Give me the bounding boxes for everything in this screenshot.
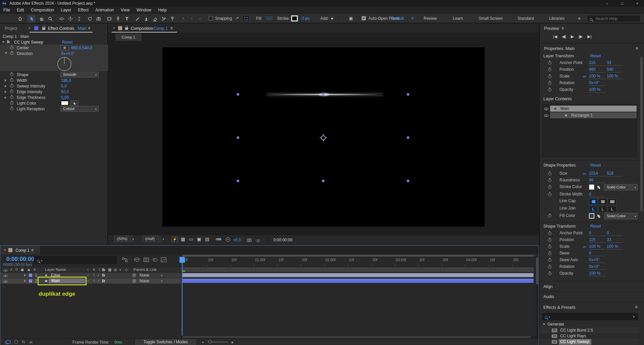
region-of-interest-icon[interactable]: ▣ [197,236,201,242]
line-join-bevel-button[interactable]: L [608,206,616,212]
visibility-eye-icon[interactable] [544,107,548,111]
value-y[interactable]: 0 [607,231,623,236]
close-button[interactable]: × [631,0,644,7]
line-join-miter-button[interactable]: L [589,206,598,212]
stopwatch-icon[interactable] [548,179,551,182]
twirl-down-icon[interactable] [2,41,5,43]
param-label[interactable]: Light Color [17,101,36,106]
twirl-down-icon[interactable] [5,52,7,54]
param-label[interactable]: Sweep Intensity [17,84,45,89]
snap-arrow-icon[interactable]: ↗ [235,16,239,20]
layer-row-main[interactable]: 2 ★ Main ♁ ☀ ∕ fx @ None ▾ [1,278,181,284]
direction-dial[interactable] [57,57,71,71]
eraser-tool-icon[interactable] [151,15,159,22]
selection-handle[interactable] [407,93,409,96]
link-icon[interactable]: ∞ [583,171,586,176]
line-cap-round-button[interactable] [589,198,598,205]
workspace-menu-icon[interactable]: ≡ [411,16,414,20]
project-tab-close-icon[interactable]: × [28,26,31,31]
eyedropper-icon[interactable] [597,185,601,189]
value[interactable]: 0x+0° [589,264,605,270]
stopwatch-icon[interactable] [548,258,551,262]
layer-bar-edge[interactable] [182,273,534,277]
stopwatch-icon[interactable] [10,107,13,110]
shy-switch-icon[interactable]: ♁ [87,273,89,277]
stopwatch-icon[interactable] [10,52,13,55]
value-x[interactable]: 1014 [589,171,605,176]
eyedropper-icon[interactable] [597,214,601,218]
axis-mode-icon[interactable]: ⌖ [182,16,184,21]
stopwatch-icon[interactable] [548,272,551,275]
selection-handle[interactable] [322,93,324,96]
value[interactable]: 46 [589,178,605,183]
show-snapshot-icon[interactable] [256,238,260,243]
effects-item[interactable]: 32 CC Light Rays [539,333,639,339]
value-x[interactable]: 0 [589,231,605,236]
effects-item[interactable]: 32 CC Light Burst 2.5 [539,328,639,333]
effect-reset-link[interactable]: Reset [62,40,72,45]
stopwatch-icon[interactable] [548,214,551,218]
tab-composition-target[interactable]: Comp 1 [154,26,168,31]
fx-switch-icon[interactable]: fx [102,279,105,283]
puppet-pin-tool-icon[interactable] [168,15,176,22]
tab-composition[interactable]: Composition [131,26,153,31]
help-search-input[interactable] [587,15,641,22]
timeline-zoom-thumb[interactable] [208,340,212,343]
pan-camera-tool-icon[interactable] [66,15,74,22]
scrollbar-thumb[interactable] [536,257,538,284]
lock-column-icon[interactable] [21,269,23,271]
menu-layer[interactable]: Layer [57,8,74,12]
panel-menu-icon[interactable]: ≡ [88,26,90,31]
light-color-swatch[interactable] [61,101,68,105]
menu-view[interactable]: View [117,8,133,12]
composition-mini-flowchart-icon[interactable] [122,257,128,264]
param-label[interactable]: Width [17,78,27,83]
stopwatch-icon[interactable] [548,172,551,175]
panel-menu-icon[interactable]: ≡ [561,26,564,31]
dolly-camera-tool-icon[interactable] [75,15,83,22]
value-y[interactable]: 33 [607,60,623,66]
param-label[interactable]: Light Reception [17,107,45,111]
add-menu-icon[interactable]: ● [331,16,333,21]
stopwatch-icon[interactable] [548,88,551,92]
quality-switch-icon[interactable]: ∕ [98,279,99,283]
twirl-right-icon[interactable] [5,85,6,88]
fast-preview-icon[interactable]: ⚡ [171,237,178,242]
effects-search-box[interactable]: ▾ × [542,313,638,320]
effect-name[interactable]: CC Light Sweep [14,40,43,45]
stopwatch-icon[interactable] [548,238,551,242]
tab-effect-controls[interactable]: Effect Controls [48,26,74,31]
lock-icon[interactable] [125,27,128,30]
home-tool-icon[interactable] [16,15,24,22]
value[interactable]: 0x+0° [589,257,605,263]
stopwatch-icon[interactable] [10,90,13,93]
stopwatch-icon[interactable] [548,252,551,255]
line-cap-projecting-button[interactable] [608,198,616,205]
param-value[interactable]: 186,0 [61,78,71,83]
timeline-scrollbar-track[interactable] [536,257,539,338]
stopwatch-icon[interactable] [10,101,13,105]
motion-blur-column-icon[interactable]: ◎ [114,268,117,272]
effects-group-generate[interactable]: Generate [541,322,639,327]
value-y[interactable]: 100 % [607,74,623,79]
work-area-bar[interactable] [182,267,534,272]
shy-switch-icon[interactable]: ♁ [87,279,89,283]
parent-pickwhip-icon[interactable]: @ [132,279,136,283]
value-x[interactable]: 115 [589,60,605,66]
stopwatch-icon[interactable] [548,265,551,269]
value-y[interactable]: 100 % [607,244,623,249]
stopwatch-icon[interactable] [548,245,551,248]
roto-brush-tool-icon[interactable] [160,15,168,22]
zoom-tool-icon[interactable] [46,15,54,22]
panel-menu-icon[interactable]: ≡ [31,248,34,252]
transparency-grid-icon[interactable]: ▦ [181,236,185,242]
hand-tool-icon[interactable] [38,15,46,22]
value-y[interactable]: 540 [607,67,623,72]
line-join-round-button[interactable]: L [598,206,607,212]
fill-color-mode-dropdown[interactable]: Solid Color [604,213,638,219]
text-tool-icon[interactable]: T [123,15,131,22]
shape-dropdown[interactable]: Smooth [60,72,99,77]
twirl-right-icon[interactable] [5,79,6,82]
twirl-right-icon[interactable] [5,91,6,93]
playhead-line[interactable] [182,257,182,338]
